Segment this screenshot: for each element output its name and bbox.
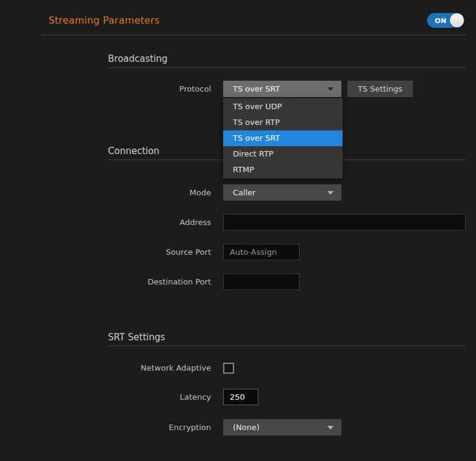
toggle-knob[interactable] (450, 13, 464, 27)
protocol-dropdown[interactable]: TS over SRT (223, 81, 341, 97)
chevron-down-icon (327, 426, 334, 429)
mode-dropdown[interactable]: Caller (223, 184, 341, 201)
protocol-dropdown-wrap: TS over SRT TS over UDP TS over RTP TS o… (223, 81, 341, 97)
protocol-option-ts-over-srt[interactable]: TS over SRT (223, 130, 343, 146)
streaming-on-toggle[interactable]: ON (427, 13, 464, 28)
source-port-input[interactable] (223, 244, 300, 260)
mode-dropdown-value: Caller (233, 188, 256, 197)
protocol-option-rtmp[interactable]: RTMP (223, 162, 343, 178)
protocol-label: Protocol (108, 84, 211, 93)
network-adaptive-row: Network Adaptive (108, 360, 466, 376)
latency-input[interactable] (223, 389, 258, 405)
source-port-row: Source Port (108, 244, 466, 260)
srt-section-title: SRT Settings (108, 332, 466, 346)
address-row: Address (108, 214, 466, 231)
protocol-option-direct-rtp[interactable]: Direct RTP (223, 146, 343, 162)
section-srt-settings: SRT Settings Network Adaptive Latency En… (108, 332, 466, 436)
chevron-down-icon (327, 87, 334, 91)
encryption-label: Encryption (108, 423, 211, 432)
protocol-dropdown-menu: TS over UDP TS over RTP TS over SRT Dire… (223, 98, 343, 178)
encryption-dropdown[interactable]: (None) (223, 419, 341, 436)
protocol-dropdown-value: TS over SRT (233, 84, 280, 93)
network-adaptive-label: Network Adaptive (108, 363, 211, 372)
source-port-label: Source Port (108, 247, 211, 257)
section-broadcasting: Broadcasting Protocol TS over SRT TS ove… (108, 53, 466, 97)
page-title: Streaming Parameters (49, 15, 159, 26)
protocol-row: Protocol TS over SRT TS over UDP TS over… (108, 81, 466, 97)
destination-port-input[interactable] (223, 274, 300, 290)
toggle-state-label: ON (435, 16, 447, 24)
chevron-down-icon (327, 191, 334, 195)
address-label: Address (108, 218, 211, 227)
destination-port-row: Destination Port (108, 274, 466, 290)
destination-port-label: Destination Port (108, 277, 211, 286)
broadcasting-section-title: Broadcasting (108, 53, 466, 68)
protocol-option-ts-over-udp[interactable]: TS over UDP (223, 99, 343, 115)
latency-row: Latency (108, 389, 466, 405)
address-input[interactable] (223, 214, 466, 231)
latency-label: Latency (108, 392, 211, 402)
ts-settings-button[interactable]: TS Settings (347, 81, 413, 97)
header-divider (41, 35, 466, 35)
protocol-option-ts-over-rtp[interactable]: TS over RTP (223, 115, 343, 130)
mode-row: Mode Caller (108, 184, 466, 201)
mode-label: Mode (108, 188, 211, 197)
panel-header: Streaming Parameters ON (0, 0, 476, 28)
network-adaptive-checkbox[interactable] (223, 363, 234, 374)
encryption-row: Encryption (None) (108, 419, 466, 436)
encryption-dropdown-value: (None) (233, 423, 260, 432)
